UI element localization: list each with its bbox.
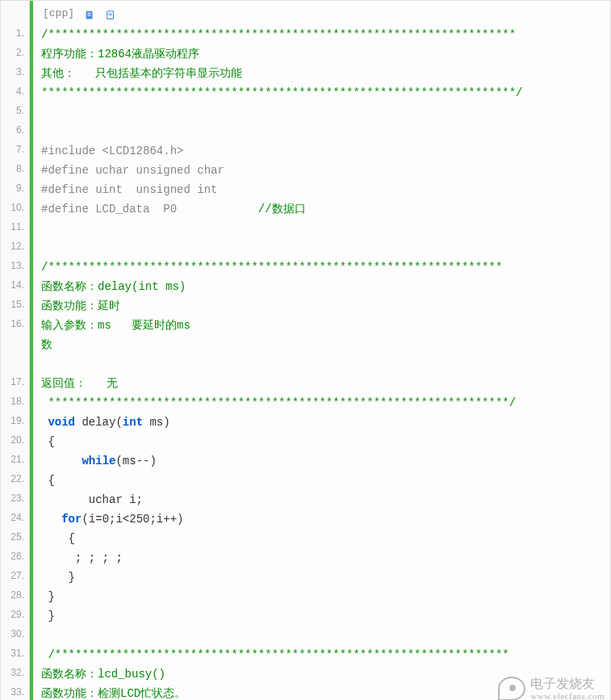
code-fragment: uchar i; xyxy=(41,493,143,506)
code-line: 返回值： 无 xyxy=(41,374,610,393)
code-fragment: #define uchar unsigned char xyxy=(41,164,224,177)
line-number: 5. xyxy=(1,101,29,120)
code-fragment xyxy=(41,222,48,235)
code-line: 输入参数：ms 要延时的ms 数 xyxy=(41,316,610,354)
code-fragment: ****************************************… xyxy=(41,86,523,99)
line-number: 4. xyxy=(1,82,29,101)
code-line: ****************************************… xyxy=(41,83,610,103)
gutter-spacer xyxy=(1,4,29,23)
code-line xyxy=(41,354,610,374)
svg-rect-1 xyxy=(87,13,90,14)
line-number: 2. xyxy=(1,43,29,62)
code-line xyxy=(41,103,610,122)
code-fragment xyxy=(41,629,48,642)
code-fragment: ms) xyxy=(143,416,170,429)
code-fragment: 函数名称：delay(int ms) xyxy=(41,280,186,293)
code-fragment: ****************************************… xyxy=(41,396,516,409)
svg-rect-6 xyxy=(108,15,111,15)
code-fragment: /***************************************… xyxy=(41,261,502,274)
line-number: 8. xyxy=(1,159,29,178)
code-line: { xyxy=(41,471,610,490)
code-fragment: { xyxy=(41,435,55,448)
line-number: 28. xyxy=(1,585,29,605)
watermark-title: 电子发烧友 xyxy=(530,677,595,690)
code-line: } xyxy=(41,568,610,587)
line-number: 30. xyxy=(1,624,29,643)
line-number: 10. xyxy=(1,198,29,217)
code-fragment xyxy=(41,106,48,119)
code-fragment: /***************************************… xyxy=(41,28,516,41)
line-number: 6. xyxy=(1,120,29,140)
code-line: uchar i; xyxy=(41,490,610,509)
code-fragment xyxy=(41,125,48,138)
line-number: 13. xyxy=(1,256,29,275)
line-number: 9. xyxy=(1,178,29,198)
code-fragment: { xyxy=(41,532,75,545)
svg-rect-0 xyxy=(86,11,93,19)
line-number: 15. xyxy=(1,295,29,314)
line-number: 7. xyxy=(1,140,29,159)
code-fragment: 函数名称：lcd_busy() xyxy=(41,668,165,681)
line-number: 18. xyxy=(1,392,29,411)
line-number: 22. xyxy=(1,469,29,488)
line-number: 27. xyxy=(1,566,29,585)
code-fragment: 程序功能：12864液晶驱动程序 xyxy=(41,48,199,61)
watermark-logo-icon xyxy=(498,677,525,700)
code-fragment: #define uint unsigned int xyxy=(41,183,217,196)
line-number: 3. xyxy=(1,62,29,82)
code-line: #include <LCD12864.h> xyxy=(41,141,610,161)
code-line: { xyxy=(41,529,610,548)
watermark-sub: www.elecfans.com xyxy=(530,691,605,700)
code-line xyxy=(41,626,610,645)
line-number: 20. xyxy=(1,430,29,450)
line-number: 11. xyxy=(1,217,29,237)
code-line: { xyxy=(41,432,610,451)
code-fragment: } xyxy=(41,610,55,622)
code-fragment: ; ; ; ; xyxy=(41,551,123,564)
code-line: 函数名称：delay(int ms) xyxy=(41,277,610,296)
view-icon[interactable] xyxy=(105,8,116,19)
svg-rect-2 xyxy=(87,14,90,15)
code-fragment: 返回值： 无 xyxy=(41,377,118,390)
code-fragment: } xyxy=(41,571,75,584)
svg-rect-3 xyxy=(87,15,90,16)
line-number: 16. xyxy=(1,314,29,353)
code-line: #define LCD_data P0 //数据口 xyxy=(41,199,610,219)
code-fragment: /***************************************… xyxy=(41,648,509,661)
watermark: 电子发烧友 www.elecfans.com xyxy=(498,677,605,700)
line-number: 26. xyxy=(1,547,29,566)
code-fragment: 函数功能：延时 xyxy=(41,300,120,312)
code-fragment: delay( xyxy=(75,416,123,429)
code-fragment xyxy=(41,455,82,467)
code-fragment: //数据口 xyxy=(258,203,306,216)
code-line: } xyxy=(41,606,610,626)
line-number: 32. xyxy=(1,663,29,682)
code-fragment: #include <LCD12864.h> xyxy=(41,145,183,157)
line-number: 21. xyxy=(1,450,29,469)
code-line: 函数功能：延时 xyxy=(41,296,610,316)
code-fragment: for xyxy=(61,513,82,526)
code-line xyxy=(41,122,610,141)
line-number: 33. xyxy=(1,682,29,700)
code-fragment: (ms--) xyxy=(115,455,156,467)
line-number: 23. xyxy=(1,488,29,508)
code-toolbar: [cpp] xyxy=(41,4,610,23)
code-fragment: } xyxy=(41,590,55,603)
code-line: void delay(int ms) xyxy=(41,413,610,432)
code-fragment xyxy=(41,241,48,254)
line-number: 17. xyxy=(1,372,29,392)
code-fragment: 函数功能：检测LCD忙状态。 xyxy=(41,687,186,700)
code-line: } xyxy=(41,587,610,606)
code-block: 1.2.3.4.5.6.7.8.9.10.11.12.13.14.15.16. … xyxy=(0,0,611,700)
code-line: for(i=0;i<250;i++) xyxy=(41,509,610,529)
copy-icon[interactable] xyxy=(84,8,95,19)
code-line: /***************************************… xyxy=(41,25,610,44)
code-fragment xyxy=(41,358,48,371)
code-line: #define uint unsigned int xyxy=(41,180,610,199)
code-line: while(ms--) xyxy=(41,451,610,471)
code-line xyxy=(41,219,610,238)
code-line: ****************************************… xyxy=(41,393,610,413)
code-fragment: (i=0;i<250;i++) xyxy=(82,513,183,526)
line-number: 12. xyxy=(1,237,29,256)
code-line: /***************************************… xyxy=(41,645,610,664)
